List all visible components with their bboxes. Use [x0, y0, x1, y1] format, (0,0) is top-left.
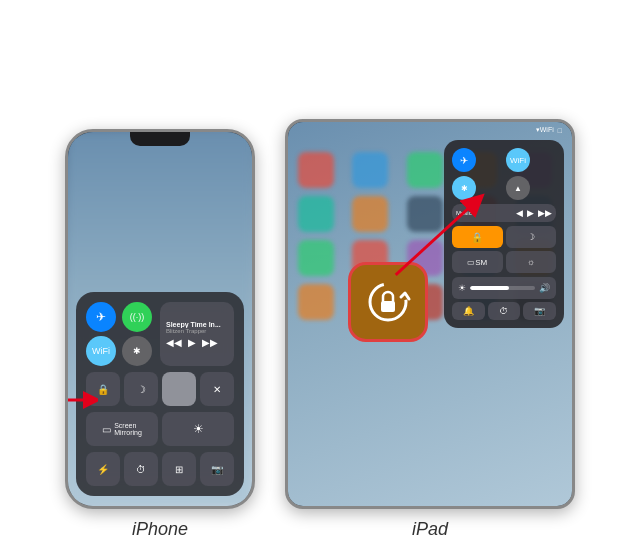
ipad-status-bar: ▾WiFi □	[298, 126, 562, 134]
brightness-slider[interactable]: ☀	[162, 412, 234, 446]
ipad-brightness-fill	[470, 286, 509, 290]
iphone-label: iPhone	[132, 519, 188, 540]
ipad-cc-bottom-row: 🔔 ⏱ 📷	[452, 302, 556, 320]
music-widget[interactable]: Sleepy Time In... Blitzen Trapper ◀◀ ▶ ▶…	[160, 302, 234, 366]
ipad-prev-btn[interactable]: ◀	[516, 208, 523, 218]
ipad-wifi-btn[interactable]: WiFi	[506, 148, 530, 172]
cc-row2: 🔒 ☽ ✕	[86, 372, 234, 406]
app-icon-3	[407, 152, 443, 188]
ipad-volume-icon: 🔊	[539, 283, 550, 293]
ipad-frame: ▾WiFi □ ✈ WiFi ✱ ▲ Music	[285, 119, 575, 509]
ipad-music-label: Music	[456, 210, 472, 216]
ipad-timer-btn[interactable]: ⏱	[488, 302, 521, 320]
do-not-disturb-btn[interactable]: ☽	[124, 372, 158, 406]
app-icon-16	[298, 284, 334, 320]
ipad-bluetooth-btn[interactable]: ✱	[452, 176, 476, 200]
screen-mirroring-btn[interactable]: ▭ ScreenMirroring	[86, 412, 158, 446]
timer-btn[interactable]: ⏱	[124, 452, 158, 486]
mute-btn[interactable]: ✕	[200, 372, 234, 406]
ipad-music-widget[interactable]: Music ◀ ▶ ▶▶	[452, 204, 556, 222]
app-icon-7	[352, 196, 388, 232]
cc-row4: ⚡ ⏱ ⊞ 📷	[86, 452, 234, 486]
ipad-screen: ▾WiFi □ ✈ WiFi ✱ ▲ Music	[288, 122, 572, 506]
airplane-mode-btn[interactable]: ✈	[86, 302, 116, 332]
ipad-cc-connectivity: ✈ WiFi ✱ ▲	[452, 148, 556, 200]
lock-rotation-svg	[363, 277, 413, 327]
screen-mirroring-icon: ▭	[102, 424, 111, 435]
music-controls: ◀◀ ▶ ▶▶	[166, 337, 228, 348]
slider1	[162, 372, 196, 406]
cellular-btn[interactable]: ((·))	[122, 302, 152, 332]
ipad-brightness-control[interactable]: ☀ 🔊	[452, 277, 556, 299]
ipad-airplane-btn[interactable]: ✈	[452, 148, 476, 172]
red-arrow-iphone	[65, 389, 98, 416]
bluetooth-btn[interactable]: ✱	[122, 336, 152, 366]
app-icon-8	[407, 196, 443, 232]
app-icon-6	[298, 196, 334, 232]
iphone-frame: ✈ ((·)) WiFi ✱ Sleepy Time In... Blitzen…	[65, 129, 255, 509]
ipad-bell-btn[interactable]: 🔔	[452, 302, 485, 320]
music-title: Sleepy Time In...	[166, 321, 228, 328]
iphone-section: ✈ ((·)) WiFi ✱ Sleepy Time In... Blitzen…	[65, 129, 255, 540]
ipad-control-center: ✈ WiFi ✱ ▲ Music ◀ ▶ ▶▶	[444, 140, 564, 328]
app-icon-1	[298, 152, 334, 188]
play-btn[interactable]: ▶	[188, 337, 196, 348]
calculator-btn[interactable]: ⊞	[162, 452, 196, 486]
camera-btn[interactable]: 📷	[200, 452, 234, 486]
ipad-orientation-lock-btn[interactable]: 🔒	[452, 226, 503, 248]
ipad-extra-btn[interactable]: ☼	[506, 251, 557, 273]
iphone-screen: ✈ ((·)) WiFi ✱ Sleepy Time In... Blitzen…	[68, 132, 252, 506]
ipad-music-controls: ◀ ▶ ▶▶	[516, 208, 552, 218]
prev-btn[interactable]: ◀◀	[166, 337, 182, 348]
svg-rect-3	[381, 301, 395, 312]
ipad-play-btn[interactable]: ▶	[527, 208, 534, 218]
screen-mirroring-label: ScreenMirroring	[114, 422, 142, 436]
wifi-status-icon: ▾WiFi	[536, 126, 554, 134]
ipad-cc-grid: 🔒 ☽ ▭SM ☼	[452, 226, 556, 273]
ipad-brightness-icon: ☀	[458, 283, 466, 293]
app-icon-2	[352, 152, 388, 188]
iphone-control-center: ✈ ((·)) WiFi ✱ Sleepy Time In... Blitzen…	[76, 292, 244, 496]
ipad-big-orientation-icon	[348, 262, 428, 342]
music-artist: Blitzen Trapper	[166, 328, 228, 334]
next-btn[interactable]: ▶▶	[202, 337, 218, 348]
ipad-cellular-btn[interactable]: ▲	[506, 176, 530, 200]
ipad-label: iPad	[412, 519, 448, 540]
ipad-screen-mirroring-btn[interactable]: ▭SM	[452, 251, 503, 273]
main-container: ✈ ((·)) WiFi ✱ Sleepy Time In... Blitzen…	[0, 0, 640, 560]
app-icon-11	[298, 240, 334, 276]
wifi-btn[interactable]: WiFi	[86, 336, 116, 366]
ipad-camera-btn[interactable]: 📷	[523, 302, 556, 320]
ipad-next-btn[interactable]: ▶▶	[538, 208, 552, 218]
battery-status: □	[558, 127, 562, 134]
ipad-section: ▾WiFi □ ✈ WiFi ✱ ▲ Music	[285, 119, 575, 540]
iphone-notch	[130, 132, 190, 146]
ipad-brightness-bar	[470, 286, 535, 290]
cc-row3: ▭ ScreenMirroring ☀	[86, 412, 234, 446]
flashlight-btn[interactable]: ⚡	[86, 452, 120, 486]
cc-connectivity-grid: ✈ ((·)) WiFi ✱	[86, 302, 154, 366]
cc-connectivity-music-row: ✈ ((·)) WiFi ✱ Sleepy Time In... Blitzen…	[86, 302, 234, 366]
ipad-moon-btn[interactable]: ☽	[506, 226, 557, 248]
